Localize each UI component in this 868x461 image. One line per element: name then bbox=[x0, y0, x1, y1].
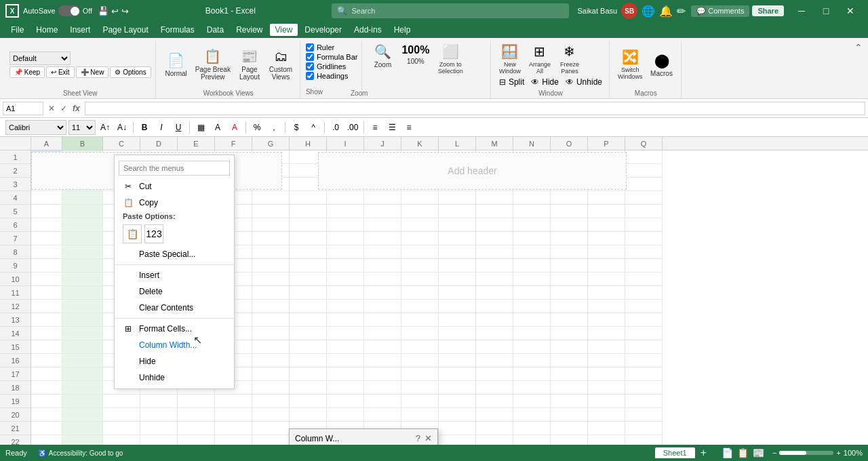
cell-N9[interactable] bbox=[513, 259, 551, 273]
avatar[interactable]: SB bbox=[621, 3, 637, 19]
col-header-P[interactable]: P bbox=[588, 137, 625, 150]
cell-P4[interactable] bbox=[588, 191, 625, 205]
col-header-K[interactable]: K bbox=[401, 137, 439, 150]
menu-file[interactable]: File bbox=[5, 24, 29, 36]
cell-K15[interactable] bbox=[401, 340, 439, 354]
cell-J16[interactable] bbox=[364, 354, 401, 367]
cell-M5[interactable] bbox=[476, 205, 513, 218]
cell-A5[interactable] bbox=[31, 205, 62, 218]
col-header-O[interactable]: O bbox=[551, 137, 588, 150]
align-center-btn[interactable]: ☰ bbox=[384, 120, 399, 135]
cell-H6[interactable] bbox=[290, 218, 327, 232]
col-header-Q[interactable]: Q bbox=[625, 137, 663, 150]
sheet-tab[interactable]: Sheet1 bbox=[655, 447, 695, 458]
menu-developer[interactable]: Developer bbox=[299, 24, 347, 36]
italic-button[interactable]: I bbox=[154, 120, 169, 135]
cell-M9[interactable] bbox=[476, 259, 513, 273]
cell-E21[interactable] bbox=[178, 422, 215, 435]
font-family-select[interactable]: Calibri bbox=[5, 120, 66, 135]
cell-I13[interactable] bbox=[327, 313, 364, 327]
cell-K12[interactable] bbox=[401, 300, 439, 313]
cell-G7[interactable] bbox=[252, 232, 290, 245]
cell-B21[interactable] bbox=[62, 422, 103, 435]
cell-O4[interactable] bbox=[551, 191, 588, 205]
cell-Q7[interactable] bbox=[625, 232, 663, 245]
cell-N20[interactable] bbox=[513, 408, 551, 422]
gridlines-checkbox[interactable]: Gridlines bbox=[306, 62, 346, 71]
cell-G8[interactable] bbox=[252, 245, 290, 259]
cell-J6[interactable] bbox=[364, 218, 401, 232]
cell-K9[interactable] bbox=[401, 259, 439, 273]
cell-H20[interactable] bbox=[290, 408, 327, 422]
menu-review[interactable]: Review bbox=[231, 24, 268, 36]
cell-E22[interactable] bbox=[178, 435, 215, 445]
cell-J19[interactable] bbox=[364, 395, 401, 408]
cell-B20[interactable] bbox=[62, 408, 103, 422]
cell-H12[interactable] bbox=[290, 300, 327, 313]
cell-L5[interactable] bbox=[439, 205, 476, 218]
cell-G18[interactable] bbox=[252, 381, 290, 395]
cell-M16[interactable] bbox=[476, 354, 513, 367]
cell-P16[interactable] bbox=[588, 354, 625, 367]
cell-O15[interactable] bbox=[551, 340, 588, 354]
cell-M21[interactable] bbox=[476, 422, 513, 435]
cell-J9[interactable] bbox=[364, 259, 401, 273]
cell-D20[interactable] bbox=[140, 408, 178, 422]
cell-A7[interactable] bbox=[31, 232, 62, 245]
cell-A16[interactable] bbox=[31, 354, 62, 367]
cell-J20[interactable] bbox=[364, 408, 401, 422]
row-number-13[interactable]: 13 bbox=[0, 313, 31, 327]
cell-H9[interactable] bbox=[290, 259, 327, 273]
cell-N18[interactable] bbox=[513, 381, 551, 395]
ribbon-collapse-button[interactable]: ⌃ bbox=[854, 42, 863, 53]
cell-P18[interactable] bbox=[588, 381, 625, 395]
col-header-D[interactable]: D bbox=[140, 137, 178, 150]
row-number-20[interactable]: 20 bbox=[0, 408, 31, 422]
cell-A19[interactable] bbox=[31, 395, 62, 408]
dialog-close-btn[interactable]: ✕ bbox=[425, 433, 432, 443]
cell-O18[interactable] bbox=[551, 381, 588, 395]
cell-O9[interactable] bbox=[551, 259, 588, 273]
cell-B18[interactable] bbox=[62, 381, 103, 395]
cell-B11[interactable] bbox=[62, 286, 103, 300]
cell-G6[interactable] bbox=[252, 218, 290, 232]
cell-M13[interactable] bbox=[476, 313, 513, 327]
cell-I7[interactable] bbox=[327, 232, 364, 245]
cell-N17[interactable] bbox=[513, 367, 551, 381]
cell-B13[interactable] bbox=[62, 313, 103, 327]
cell-H13[interactable] bbox=[290, 313, 327, 327]
cell-I17[interactable] bbox=[327, 367, 364, 381]
cell-H5[interactable] bbox=[290, 205, 327, 218]
normal-view-button[interactable]: 📄 Normal bbox=[161, 51, 191, 79]
cell-H8[interactable] bbox=[290, 245, 327, 259]
cell-Q2[interactable] bbox=[625, 164, 663, 178]
decrease-font-btn[interactable]: A↓ bbox=[115, 120, 130, 135]
cell-J7[interactable] bbox=[364, 232, 401, 245]
cell-P20[interactable] bbox=[588, 408, 625, 422]
cell-O16[interactable] bbox=[551, 354, 588, 367]
cell-L4[interactable] bbox=[439, 191, 476, 205]
cell-B19[interactable] bbox=[62, 395, 103, 408]
cell-M15[interactable] bbox=[476, 340, 513, 354]
cell-J14[interactable] bbox=[364, 327, 401, 340]
cell-A18[interactable] bbox=[31, 381, 62, 395]
cell-A10[interactable] bbox=[31, 273, 62, 286]
border-button[interactable]: ▦ bbox=[193, 120, 208, 135]
cell-I15[interactable] bbox=[327, 340, 364, 354]
cell-E19[interactable] bbox=[178, 395, 215, 408]
dec-decimal-btn[interactable]: .0 bbox=[328, 120, 343, 135]
cell-J4[interactable] bbox=[364, 191, 401, 205]
cell-B6[interactable] bbox=[62, 218, 103, 232]
cell-I5[interactable] bbox=[327, 205, 364, 218]
cell-L7[interactable] bbox=[439, 232, 476, 245]
cell-O22[interactable] bbox=[551, 435, 588, 445]
row-number-21[interactable]: 21 bbox=[0, 422, 31, 435]
cell-M6[interactable] bbox=[476, 218, 513, 232]
cell-G4[interactable] bbox=[252, 191, 290, 205]
macros-button[interactable]: ⬤ Macros bbox=[647, 51, 677, 79]
cell-Q1[interactable] bbox=[625, 151, 663, 164]
cell-H11[interactable] bbox=[290, 286, 327, 300]
menu-insert[interactable]: Insert bbox=[64, 24, 96, 36]
share-button[interactable]: Share bbox=[752, 5, 784, 16]
profile-icon[interactable]: 🌐 bbox=[642, 5, 655, 18]
